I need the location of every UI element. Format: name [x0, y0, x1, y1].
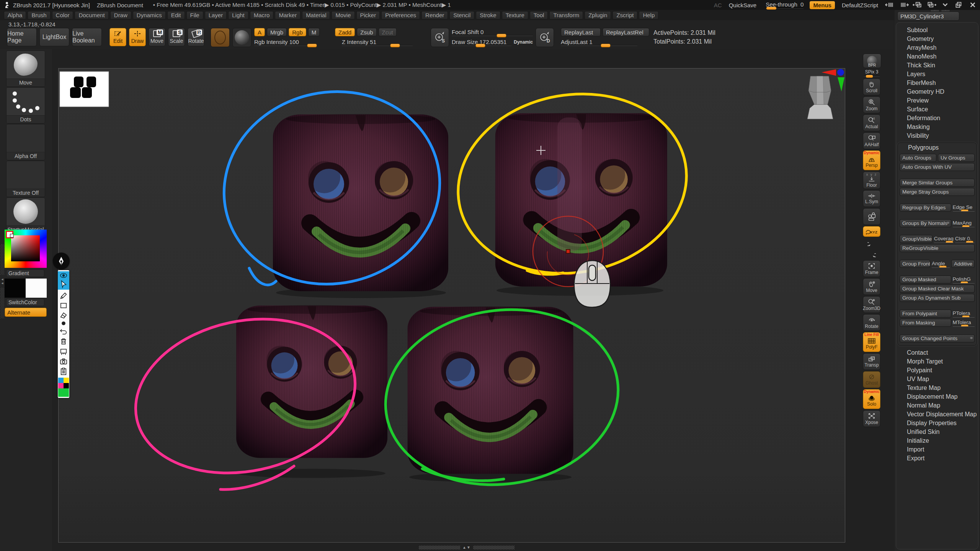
saturation-square[interactable]	[11, 235, 40, 261]
whiteboard-icon[interactable]	[59, 347, 68, 356]
floor-button[interactable]: x y z Floor	[863, 171, 880, 189]
menu-item[interactable]: Zscript	[612, 11, 637, 20]
coverage-slider[interactable]: Coverag	[934, 235, 954, 243]
draw-size-thumb[interactable]	[475, 44, 485, 47]
default-zscript-button[interactable]: DefaultZScript	[839, 2, 881, 9]
current-texture-button[interactable]: Texture Off	[6, 161, 45, 197]
angle-slider[interactable]: Angle	[932, 260, 950, 268]
tool-section-header[interactable]: Initialize	[896, 436, 978, 445]
draw-mode-button[interactable]: Draw	[129, 28, 146, 46]
menu-item[interactable]: Draw	[110, 11, 131, 20]
polish-groups-slider[interactable]: PolishG	[953, 276, 975, 284]
pen-tool-icon[interactable]	[59, 292, 68, 300]
transparency-button[interactable]: Transp	[863, 353, 880, 370]
bottom-tray-handle[interactable]: ▲▼	[419, 545, 514, 550]
dock-left-panel-icon[interactable]	[913, 2, 923, 8]
current-brush-button[interactable]: Move	[6, 51, 45, 87]
edit-mode-button[interactable]: Edit	[109, 28, 126, 46]
rgb-intensity-thumb[interactable]	[307, 44, 317, 47]
max-angle-slider[interactable]: MaxAng	[953, 219, 975, 227]
menu-item[interactable]: Transform	[549, 11, 583, 20]
adjust-last-slider[interactable]: AdjustLast 1	[561, 38, 637, 46]
draw-size-slider[interactable]: Draw Size 172.05351	[452, 38, 511, 46]
swatch-black[interactable]	[64, 383, 69, 388]
show-hide-icon[interactable]	[59, 272, 68, 279]
live-boolean-button[interactable]: Live Boolean	[72, 28, 102, 46]
menu-item[interactable]: Layer	[205, 11, 227, 20]
regroup-by-edges-button[interactable]: Regroup By Edges	[900, 204, 951, 212]
left-tray-slider-icon[interactable]	[885, 2, 895, 8]
tool-section-header[interactable]: Masking	[896, 122, 978, 131]
tool-section-header[interactable]: NanoMesh	[896, 52, 978, 61]
swatch-pink[interactable]	[58, 383, 64, 388]
bpr-render-button[interactable]: BPR	[863, 54, 881, 68]
cluster-slider[interactable]: Clstr 0.	[955, 235, 975, 243]
clear-trash-icon[interactable]	[59, 337, 68, 346]
tool-section-header[interactable]: Unified Skin	[896, 427, 978, 436]
regroup-visible-button[interactable]: ReGroupVisible	[900, 244, 975, 252]
tool-section-header[interactable]: Displacement Map	[896, 392, 978, 401]
menu-item[interactable]: Stencil	[449, 11, 474, 20]
m-button[interactable]: M	[308, 28, 320, 36]
mrgb-button[interactable]: Mrgb	[267, 28, 287, 36]
minimize-button[interactable]	[940, 2, 950, 8]
menu-item[interactable]: Alpha	[4, 11, 26, 20]
merge-similar-groups-button[interactable]: Merge Similar Groups	[900, 179, 975, 187]
menu-item[interactable]: Render	[421, 11, 448, 20]
tool-section-header[interactable]: Contact	[896, 348, 978, 357]
replay-last-button[interactable]: ReplayLast	[561, 28, 601, 36]
tool-section-header[interactable]: Thick Skin	[896, 61, 978, 70]
secondary-color-swatch[interactable]	[26, 279, 47, 298]
tool-section-header[interactable]: Visibility	[896, 131, 978, 140]
group-masked-clear-mask-button[interactable]: Group Masked Clear Mask	[900, 285, 975, 293]
lock-camera-button[interactable]	[863, 208, 880, 225]
tray-divider-handle[interactable]: ◂◂	[0, 244, 4, 324]
size-dot-icon[interactable]	[61, 321, 66, 326]
see-through-slider[interactable]: See-through 0	[763, 1, 806, 9]
group-as-dynamesh-sub-button[interactable]: Group As Dynamesh Sub	[900, 294, 975, 302]
additive-button[interactable]: Additive	[951, 260, 975, 268]
groups-by-normals-button[interactable]: Groups By Normals	[900, 219, 951, 227]
tool-section-header[interactable]: Texture Map	[896, 383, 978, 392]
zoom-3d-button[interactable]: Zoom3D	[863, 296, 880, 313]
lightbox-button[interactable]: LightBox	[39, 28, 69, 46]
menu-item[interactable]: Color	[52, 11, 74, 20]
edge-sensitivity-slider[interactable]: Edge Se	[953, 204, 975, 212]
from-polypaint-button[interactable]: From Polypaint	[900, 310, 951, 318]
menu-item[interactable]: Edit	[167, 11, 185, 20]
menu-item[interactable]: Material	[302, 11, 330, 20]
rotate-y-button[interactable]	[863, 238, 880, 248]
dock-right-panel-icon[interactable]	[926, 2, 936, 8]
from-masking-button[interactable]: From Masking	[900, 319, 951, 327]
cursor-icon[interactable]	[60, 280, 67, 289]
group-masked-button[interactable]: Group Masked	[900, 276, 951, 284]
right-tray-slider-icon[interactable]	[899, 2, 909, 8]
menu-item[interactable]: Zplugin	[585, 11, 611, 20]
current-alpha-button[interactable]: Alpha Off	[6, 124, 45, 160]
current-material-button[interactable]: StartupMaterial	[6, 197, 45, 234]
gradient-label[interactable]: Gradient	[6, 269, 44, 277]
menu-item[interactable]: Marker	[275, 11, 301, 20]
undo-icon[interactable]	[59, 328, 68, 335]
merge-stray-groups-button[interactable]: Merge Stray Groups	[900, 188, 975, 196]
replay-last-rel-button[interactable]: ReplayLastRel	[603, 28, 649, 36]
tool-section-header[interactable]: Morph Target	[896, 357, 978, 366]
tool-section-header[interactable]: Geometry HD	[896, 87, 978, 96]
actual-size-button[interactable]: x1 Actual	[863, 114, 880, 131]
pen-color-palette[interactable]	[58, 378, 69, 397]
rgb-button[interactable]: Rgb	[289, 28, 306, 36]
uv-groups-button[interactable]: Uv Groups	[938, 154, 975, 162]
tool-section-header[interactable]: Display Properties	[896, 419, 978, 427]
see-through-thumb[interactable]	[766, 7, 776, 10]
tool-section-header[interactable]: Polypaint	[896, 366, 978, 375]
switch-color-swatches[interactable]	[5, 279, 47, 298]
focal-shift-thumb[interactable]	[497, 34, 506, 37]
tool-section-header[interactable]: Geometry	[896, 34, 978, 43]
home-page-button[interactable]: Home Page	[7, 28, 37, 46]
clipboard-icon[interactable]	[60, 367, 67, 376]
a-button[interactable]: A	[254, 28, 265, 36]
current-stroke-button[interactable]: Dots	[6, 87, 45, 124]
zadd-button[interactable]: Zadd	[335, 28, 355, 36]
rotate-xyz-button[interactable]: XYZ XYZ	[863, 226, 880, 237]
material-sphere-thumb[interactable]	[232, 28, 252, 47]
